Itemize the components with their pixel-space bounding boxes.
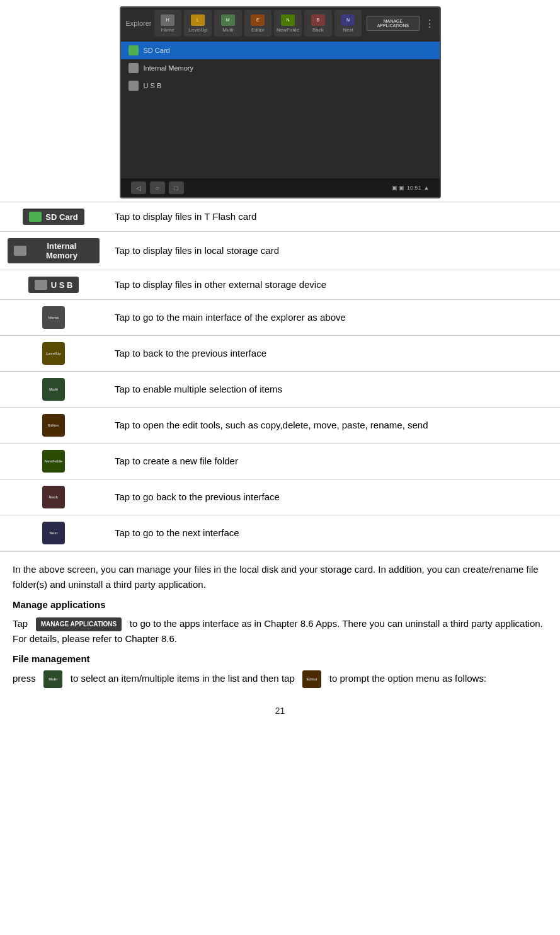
next-icon: Next [42,522,65,544]
toolbar-editor[interactable]: E Editor [244,10,272,37]
multi-icon: Multi [42,378,65,401]
desc-cell-newfolder: Tap to create a new file folder [107,444,560,479]
desc-cell-sdcard: Tap to display files in T Flash card [107,202,560,232]
icon-cell-multi: Multi [0,372,107,408]
file-item-usb[interactable]: U S B [121,77,440,95]
levelup-icon: LevelUp [42,342,65,365]
internal-label: Internal Memory [144,64,193,72]
internal-badge: Internal Memory [8,238,100,263]
icon-description-table: SD Card Tap to display files in T Flash … [0,202,560,551]
desc-cell-next: Tap to go to the next interface [107,515,560,551]
table-row-levelup: LevelUp Tap to back to the previous inte… [0,336,560,372]
editor-icon: Editor [42,414,65,437]
nav-buttons: ◁ ○ □ [131,181,184,194]
icon-cell-internal: Internal Memory [0,232,107,270]
sdcard-badge-label: SD Card [45,212,77,222]
file-mgmt-text2: to select an item/multiple items in the … [71,673,295,684]
manage-apps-button[interactable]: MANAGE APPLICATIONS [367,16,419,31]
internal-badge-label: Internal Memory [30,241,93,260]
manage-apps-paragraph: Tap MANAGE APPLICATIONS to go to the app… [13,616,547,646]
editor-inline-icon: Editor [302,670,321,688]
file-mgmt-text1: press [13,673,36,684]
file-mgmt-paragraph: press Multi to select an item/multiple i… [13,670,547,688]
sdcard-label: SD Card [144,47,170,54]
toolbar-newfolder[interactable]: N NewFolde [274,10,302,37]
table-row-back: Back Tap to go back to the previous inte… [0,479,560,515]
desc-cell-home: Tap to go to the main interface of the e… [107,300,560,336]
icon-cell-back: Back [0,479,107,515]
table-row-usb: U S B Tap to display files in other exte… [0,270,560,300]
app-title: Explorer [126,20,152,27]
nav-back[interactable]: ◁ [131,181,146,194]
status-bar: ▣ ▣ 10:51 ▲ [392,185,430,191]
usb-label: U S B [144,82,162,89]
newfolder-icon: NewFolde [42,450,65,473]
table-row-internal: Internal Memory Tap to display files in … [0,232,560,270]
desc-cell-editor: Tap to open the edit tools, such as copy… [107,408,560,444]
nav-bar: ◁ ○ □ ▣ ▣ 10:51 ▲ [121,178,440,197]
nav-home[interactable]: ○ [150,181,165,194]
multi-inline-icon: Multi [43,670,62,688]
back-icon: Back [42,486,65,508]
manage-apps-text1: Tap [13,618,28,629]
file-item-internal[interactable]: Internal Memory [121,59,440,77]
manage-apps-title: Manage applications [13,597,547,612]
screenshot-container: Explorer H Home L LevelUp M Multi E Edit… [0,0,560,202]
home-icon: Home [42,306,65,329]
table-row-home: Home Tap to go to the main interface of … [0,300,560,336]
sdcard-icon [129,45,139,55]
icon-cell-levelup: LevelUp [0,336,107,372]
paragraph1: In the above screen, you can manage your… [13,562,547,592]
desc-cell-levelup: Tap to back to the previous interface [107,336,560,372]
nav-recent[interactable]: □ [169,181,184,194]
toolbar-back[interactable]: B Back [304,10,332,37]
usb-badge-label: U S B [51,280,73,290]
status-icons: ▣ ▣ [392,185,405,191]
page-number: 21 [0,698,560,723]
usb-badge: U S B [28,277,79,293]
usb-badge-icon [35,280,47,290]
toolbar-levelup[interactable]: L LevelUp [184,10,212,37]
icon-cell-next: Next [0,515,107,551]
file-item-sdcard[interactable]: SD Card [121,42,440,59]
manage-apps-badge: MANAGE APPLICATIONS [36,617,122,631]
app-toolbar: Explorer H Home L LevelUp M Multi E Edit… [121,8,440,39]
sdcard-badge-icon [29,212,42,222]
desc-cell-usb: Tap to display files in other external s… [107,270,560,300]
usb-icon [129,81,139,91]
file-list: SD Card Internal Memory U S B [121,39,440,178]
icon-cell-editor: Editor [0,408,107,444]
icon-cell-usb: U S B [0,270,107,300]
table-row-newfolder: NewFolde Tap to create a new file folder [0,444,560,479]
wifi-icon: ▲ [424,185,430,191]
status-time: 10:51 [407,185,421,191]
text-section: In the above screen, you can manage your… [0,551,560,698]
device-screen: Explorer H Home L LevelUp M Multi E Edit… [120,6,441,198]
desc-cell-internal: Tap to display files in local storage ca… [107,232,560,270]
toolbar-multi[interactable]: M Multi [214,10,242,37]
desc-cell-back: Tap to go back to the previous interface [107,479,560,515]
file-mgmt-title: File management [13,651,547,667]
desc-cell-multi: Tap to enable multiple selection of item… [107,372,560,408]
icon-cell-newfolder: NewFolde [0,444,107,479]
icon-cell-sdcard: SD Card [0,202,107,232]
sdcard-badge: SD Card [23,209,84,225]
toolbar-next[interactable]: N Next [334,10,362,37]
toolbar-home[interactable]: H Home [154,10,182,37]
table-row-sdcard: SD Card Tap to display files in T Flash … [0,202,560,232]
internal-icon [129,63,139,73]
table-row-multi: Multi Tap to enable multiple selection o… [0,372,560,408]
icon-cell-home: Home [0,300,107,336]
internal-badge-icon [14,246,26,256]
table-row-next: Next Tap to go to the next interface [0,515,560,551]
table-row-editor: Editor Tap to open the edit tools, such … [0,408,560,444]
manage-apps-badge-label: MANAGE APPLICATIONS [41,619,117,629]
more-icon[interactable]: ⋮ [425,18,435,30]
file-mgmt-text3: to prompt the option menu as follows: [329,673,486,684]
